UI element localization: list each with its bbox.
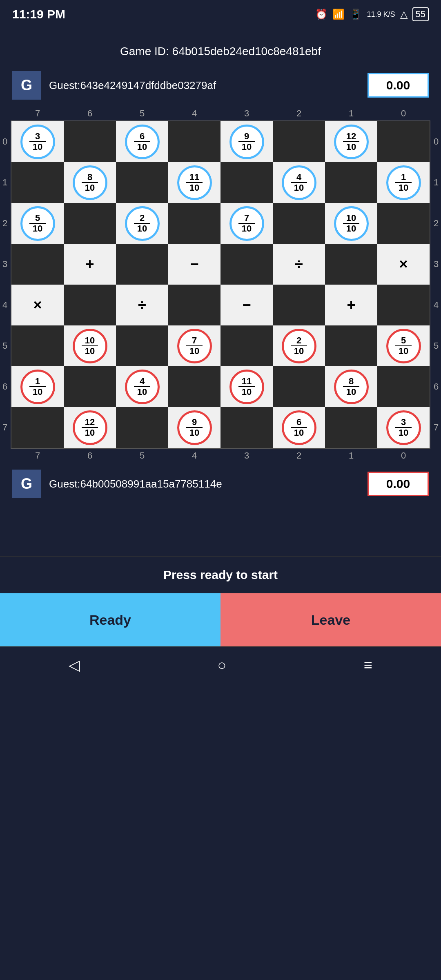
cell-r0c4[interactable] bbox=[168, 121, 220, 162]
cell-r0c0[interactable] bbox=[377, 121, 430, 162]
cell-r7c7[interactable] bbox=[11, 407, 64, 448]
leave-button[interactable]: Leave bbox=[220, 593, 441, 646]
cell-r5c7[interactable] bbox=[11, 325, 64, 366]
cell-r5c0[interactable]: 5 10 bbox=[377, 325, 430, 366]
cell-r4c2[interactable] bbox=[273, 285, 325, 325]
cell-r5c1[interactable] bbox=[325, 325, 377, 366]
cell-r3c2[interactable]: ÷ bbox=[273, 244, 325, 285]
red-piece-1-10[interactable]: 1 10 bbox=[20, 370, 55, 404]
cell-r7c2[interactable]: 6 10 bbox=[273, 407, 325, 448]
game-id: Game ID: 64b015deb24ed10c8e481ebf bbox=[0, 29, 441, 66]
cell-r7c1[interactable] bbox=[325, 407, 377, 448]
home-icon[interactable]: ○ bbox=[218, 657, 227, 674]
cell-r0c2[interactable] bbox=[273, 121, 325, 162]
cell-r2c3[interactable]: 7 10 bbox=[220, 203, 273, 244]
cell-r6c0[interactable] bbox=[377, 366, 430, 407]
cell-r4c5[interactable]: ÷ bbox=[116, 285, 168, 325]
back-icon[interactable]: ◁ bbox=[69, 657, 80, 674]
blue-piece-8-10[interactable]: 8 10 bbox=[73, 165, 107, 200]
col-label-6: 6 bbox=[64, 107, 116, 120]
blue-piece-9-10[interactable]: 9 10 bbox=[229, 125, 264, 159]
blue-piece-10-10-b[interactable]: 10 10 bbox=[334, 206, 369, 241]
red-piece-2-10[interactable]: 2 10 bbox=[282, 329, 316, 363]
cell-r4c7[interactable]: × bbox=[11, 285, 64, 325]
cell-r7c3[interactable] bbox=[220, 407, 273, 448]
cell-r4c0[interactable] bbox=[377, 285, 430, 325]
cell-r3c6[interactable]: + bbox=[64, 244, 116, 285]
red-piece-12-10[interactable]: 12 10 bbox=[73, 410, 107, 445]
cell-r6c4[interactable] bbox=[168, 366, 220, 407]
blue-piece-5-10[interactable]: 5 10 bbox=[20, 206, 55, 241]
red-piece-4-10[interactable]: 4 10 bbox=[125, 370, 160, 404]
cell-r4c4[interactable] bbox=[168, 285, 220, 325]
cell-r3c1[interactable] bbox=[325, 244, 377, 285]
cell-r7c5[interactable] bbox=[116, 407, 168, 448]
cell-r2c5[interactable]: 2 10 bbox=[116, 203, 168, 244]
col-label-1: 1 bbox=[325, 107, 377, 120]
blue-piece-4-10[interactable]: 4 10 bbox=[282, 165, 316, 200]
cell-r6c2[interactable] bbox=[273, 366, 325, 407]
action-buttons: Ready Leave bbox=[0, 593, 441, 646]
cell-r1c5[interactable] bbox=[116, 162, 168, 203]
red-piece-11-10[interactable]: 11 10 bbox=[229, 370, 264, 404]
red-piece-7-10[interactable]: 7 10 bbox=[177, 329, 212, 363]
cell-r3c4[interactable]: − bbox=[168, 244, 220, 285]
cell-r2c6[interactable] bbox=[64, 203, 116, 244]
cell-r6c5[interactable]: 4 10 bbox=[116, 366, 168, 407]
cell-r6c1[interactable]: 8 10 bbox=[325, 366, 377, 407]
cell-r2c2[interactable] bbox=[273, 203, 325, 244]
red-piece-8-10[interactable]: 8 10 bbox=[334, 370, 369, 404]
blue-piece-3-10[interactable]: 3 10 bbox=[20, 125, 55, 159]
cell-r3c0[interactable]: × bbox=[377, 244, 430, 285]
cell-r7c0[interactable]: 3 10 bbox=[377, 407, 430, 448]
cell-r1c0[interactable]: 1 10 bbox=[377, 162, 430, 203]
blue-piece-2-10[interactable]: 2 10 bbox=[125, 206, 160, 241]
cell-r7c6[interactable]: 12 10 bbox=[64, 407, 116, 448]
cell-r3c7[interactable] bbox=[11, 244, 64, 285]
red-piece-9-10[interactable]: 9 10 bbox=[177, 410, 212, 445]
red-piece-10-10[interactable]: 10 10 bbox=[73, 329, 107, 363]
cell-r6c6[interactable] bbox=[64, 366, 116, 407]
red-piece-6-10[interactable]: 6 10 bbox=[282, 410, 316, 445]
cell-r4c3[interactable]: − bbox=[220, 285, 273, 325]
cell-r3c3[interactable] bbox=[220, 244, 273, 285]
cell-r2c4[interactable] bbox=[168, 203, 220, 244]
cell-r0c5[interactable]: 6 10 bbox=[116, 121, 168, 162]
cell-r1c7[interactable] bbox=[11, 162, 64, 203]
blue-piece-12-10[interactable]: 12 10 bbox=[334, 125, 369, 159]
col-label-b0: 0 bbox=[377, 449, 430, 463]
cell-r5c6[interactable]: 10 10 bbox=[64, 325, 116, 366]
cell-r1c3[interactable] bbox=[220, 162, 273, 203]
cell-r0c1[interactable]: 12 10 bbox=[325, 121, 377, 162]
red-piece-3-10[interactable]: 3 10 bbox=[386, 410, 421, 445]
blue-piece-11-10[interactable]: 11 10 bbox=[177, 165, 212, 200]
cell-r0c6[interactable] bbox=[64, 121, 116, 162]
cell-r2c0[interactable] bbox=[377, 203, 430, 244]
red-piece-5-10[interactable]: 5 10 bbox=[386, 329, 421, 363]
cell-r1c2[interactable]: 4 10 bbox=[273, 162, 325, 203]
cell-r4c1[interactable]: + bbox=[325, 285, 377, 325]
cell-r1c6[interactable]: 8 10 bbox=[64, 162, 116, 203]
cell-r5c3[interactable] bbox=[220, 325, 273, 366]
cell-r2c1[interactable]: 10 10 bbox=[325, 203, 377, 244]
cell-r5c4[interactable]: 7 10 bbox=[168, 325, 220, 366]
menu-icon[interactable]: ≡ bbox=[364, 657, 372, 674]
blue-piece-6-10[interactable]: 6 10 bbox=[125, 125, 160, 159]
cell-r0c3[interactable]: 9 10 bbox=[220, 121, 273, 162]
cell-r0c7[interactable]: 3 10 bbox=[11, 121, 64, 162]
cell-r7c4[interactable]: 9 10 bbox=[168, 407, 220, 448]
cell-r5c2[interactable]: 2 10 bbox=[273, 325, 325, 366]
cell-r1c1[interactable] bbox=[325, 162, 377, 203]
cell-r2c7[interactable]: 5 10 bbox=[11, 203, 64, 244]
triangle-icon: △ bbox=[400, 9, 408, 20]
cell-r4c6[interactable] bbox=[64, 285, 116, 325]
cell-r1c4[interactable]: 11 10 bbox=[168, 162, 220, 203]
cell-r3c5[interactable] bbox=[116, 244, 168, 285]
cell-r6c7[interactable]: 1 10 bbox=[11, 366, 64, 407]
cell-r5c5[interactable] bbox=[116, 325, 168, 366]
ready-button[interactable]: Ready bbox=[0, 593, 220, 646]
cell-r6c3[interactable]: 11 10 bbox=[220, 366, 273, 407]
blue-piece-7-10[interactable]: 7 10 bbox=[229, 206, 264, 241]
player2-info: G Guest:64b00508991aa15a7785114e 0.00 bbox=[4, 465, 437, 503]
blue-piece-1-10[interactable]: 1 10 bbox=[386, 165, 421, 200]
